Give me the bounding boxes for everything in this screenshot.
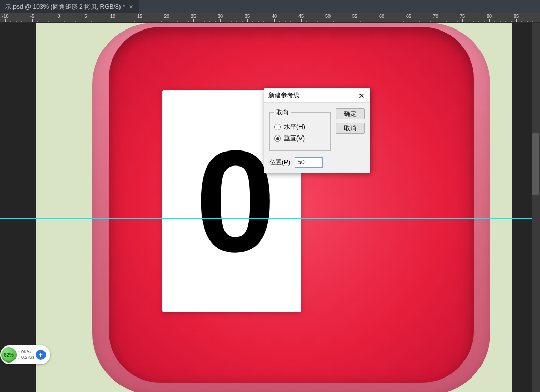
dialog-title-text: 新建参考线 [268,91,299,100]
ok-button[interactable]: 确定 [336,108,365,119]
document-tab-bar: 示.psd @ 103% (圆角矩形 2 拷贝, RGB/8) * × [0,0,540,13]
radio-label: 垂直(V) [284,134,305,143]
radio-icon [274,124,281,130]
cancel-button[interactable]: 取消 [336,123,365,134]
document-tab[interactable]: 示.psd @ 103% (圆角矩形 2 拷贝, RGB/8) * × [0,0,139,13]
radio-icon [274,135,281,142]
position-input[interactable] [295,157,323,168]
dialog-titlebar[interactable]: 新建参考线 ✕ [264,88,370,103]
download-speed: 0.2K/s [18,355,35,360]
guide-horizontal[interactable] [0,218,540,219]
radio-label: 水平(H) [284,123,305,131]
text-layer-zero: 0 [196,118,268,284]
plus-icon[interactable]: + [36,350,46,360]
close-icon[interactable]: ✕ [357,92,366,100]
scroll-thumb[interactable] [532,133,539,195]
net-speed-readout: 0K/s 0.2K/s [18,349,35,360]
fieldset-legend: 取向 [274,108,291,117]
canvas-background: 0 [36,23,512,392]
radio-horizontal[interactable]: 水平(H) [274,123,326,131]
tab-title: 示.psd @ 103% (圆角矩形 2 拷贝, RGB/8) * [5,3,125,11]
upload-speed: 0K/s [18,349,35,355]
orientation-fieldset: 取向 水平(H) 垂直(V) [269,108,331,151]
canvas-viewport[interactable]: 0 [0,23,540,392]
position-label: 位置(P): [269,158,292,167]
guide-vertical[interactable] [308,23,308,392]
network-monitor-widget[interactable]: 62% 0K/s 0.2K/s + [0,345,50,364]
ruler-horizontal[interactable]: -10-505101520253035404550556065707580859… [0,13,540,23]
position-row: 位置(P): [269,157,331,168]
radio-vertical[interactable]: 垂直(V) [274,134,326,143]
close-icon[interactable]: × [129,3,133,11]
vertical-scrollbar[interactable] [532,23,540,392]
memory-usage-ball: 62% [1,347,17,363]
new-guide-dialog: 新建参考线 ✕ 取向 水平(H) 垂直(V) 位置(P): 确定 [264,88,370,173]
